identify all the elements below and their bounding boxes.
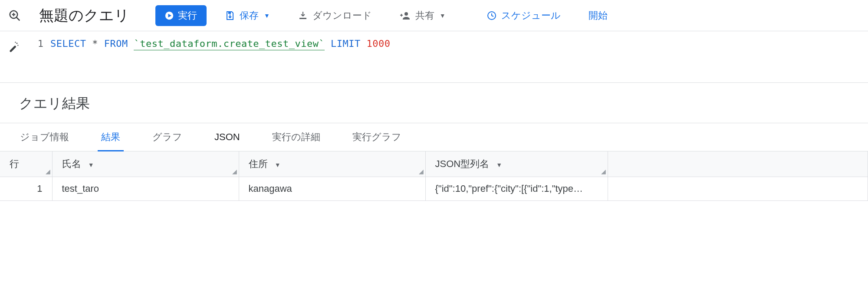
share-label: 共有 [415, 9, 434, 22]
download-button[interactable]: ダウンロード [288, 5, 381, 26]
col-header-name[interactable]: 氏名 ▼ ◢ [52, 151, 239, 177]
sql-keyword-from: FROM [104, 38, 128, 49]
col-header-json-label: JSON型列名 [435, 158, 490, 169]
save-icon [225, 10, 235, 21]
svg-point-15 [16, 43, 18, 44]
results-heading: クエリ結果 [0, 82, 868, 123]
save-label: 保存 [240, 9, 259, 22]
tab-exec-graph[interactable]: 実行グラフ [352, 123, 402, 151]
share-button[interactable]: 共有 ▼ [390, 5, 455, 26]
line-number: 1 [28, 37, 43, 49]
open-button[interactable]: 開始 [579, 5, 617, 26]
resize-handle-icon[interactable]: ◢ [419, 168, 424, 175]
tab-json[interactable]: JSON [214, 124, 241, 151]
results-table: 行 ◢ 氏名 ▼ ◢ 住所 ▼ ◢ JSON型列名 ▼ ◢ 1 test [0, 151, 868, 201]
tab-exec-details[interactable]: 実行の詳細 [271, 123, 321, 151]
sql-editor[interactable]: 1 SELECT * FROM `test_dataform.create_te… [0, 31, 868, 82]
download-label: ダウンロード [312, 9, 372, 22]
sql-code[interactable]: SELECT * FROM `test_dataform.create_test… [50, 37, 391, 49]
save-button[interactable]: 保存 ▼ [215, 5, 279, 26]
run-label: 実行 [178, 9, 197, 22]
sort-icon[interactable]: ▼ [88, 161, 94, 168]
clock-icon [487, 10, 497, 21]
download-icon [298, 10, 308, 21]
table-header-row: 行 ◢ 氏名 ▼ ◢ 住所 ▼ ◢ JSON型列名 ▼ ◢ [0, 151, 868, 177]
svg-point-10 [404, 12, 408, 16]
tab-job-info[interactable]: ジョブ情報 [19, 123, 70, 151]
resize-handle-icon[interactable]: ◢ [232, 168, 237, 175]
cell-extra [608, 177, 868, 201]
cell-row-index: 1 [0, 177, 52, 201]
svg-point-17 [15, 42, 16, 43]
col-header-json[interactable]: JSON型列名 ▼ ◢ [425, 151, 608, 177]
run-button[interactable]: 実行 [155, 5, 207, 26]
col-header-addr[interactable]: 住所 ▼ ◢ [239, 151, 425, 177]
sql-keyword-select: SELECT [50, 38, 86, 49]
svg-line-1 [16, 17, 20, 20]
open-label: 開始 [589, 9, 608, 22]
schedule-label: スケジュール [501, 9, 561, 22]
sql-limit-value: 1000 [367, 38, 391, 49]
col-header-row[interactable]: 行 ◢ [0, 151, 52, 177]
cell-json: {"id":10,"pref":{"city":[{"id":1,"type… [425, 177, 608, 201]
svg-rect-7 [228, 12, 231, 14]
tab-results[interactable]: 結果 [100, 123, 121, 151]
sql-star: * [92, 38, 98, 49]
col-header-row-label: 行 [10, 158, 19, 169]
schedule-button[interactable]: スケジュール [477, 5, 570, 26]
svg-point-16 [17, 45, 18, 46]
person-add-icon [400, 10, 411, 21]
svg-rect-9 [299, 18, 306, 19]
query-toolbar: 無題のクエリ 実行 保存 ▼ ダウンロード 共有 ▼ [0, 0, 868, 31]
sort-icon[interactable]: ▼ [275, 161, 281, 168]
svg-rect-14 [9, 45, 16, 52]
resize-handle-icon[interactable]: ◢ [601, 168, 606, 175]
chevron-down-icon: ▼ [440, 12, 446, 19]
chevron-down-icon: ▼ [264, 12, 270, 19]
tab-chart[interactable]: グラフ [151, 123, 183, 151]
query-title: 無題のクエリ [39, 6, 129, 26]
col-header-extra [608, 151, 868, 177]
magic-wand-icon[interactable] [4, 37, 23, 56]
sort-icon[interactable]: ▼ [496, 161, 502, 168]
sql-keyword-limit: LIMIT [331, 38, 361, 49]
cell-name: test_taro [52, 177, 239, 201]
col-header-addr-label: 住所 [249, 158, 268, 169]
results-tabs: ジョブ情報 結果 グラフ JSON 実行の詳細 実行グラフ [0, 123, 868, 151]
col-header-name-label: 氏名 [62, 158, 81, 169]
cell-addr: kanagawa [239, 177, 425, 201]
play-icon [165, 11, 174, 20]
query-magnify-icon [7, 8, 23, 23]
resize-handle-icon[interactable]: ◢ [46, 168, 50, 175]
table-row[interactable]: 1 test_taro kanagawa {"id":10,"pref":{"c… [0, 177, 868, 201]
sql-table-ref: `test_dataform.create_test_view` [134, 38, 325, 50]
